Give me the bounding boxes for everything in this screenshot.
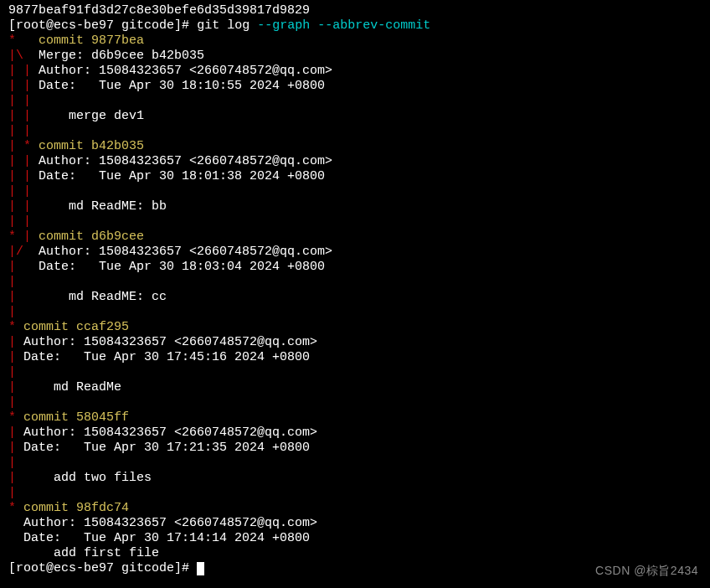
commit-msg: | md ReadMe — [8, 380, 702, 395]
commit-header: | * commit b42b035 — [8, 139, 702, 154]
git-command: git log — [197, 18, 250, 33]
commit-blank: | — [8, 395, 702, 410]
prompt-host: ecs-be97 — [54, 18, 114, 33]
commit-date: | Date: Tue Apr 30 17:21:35 2024 +0800 — [8, 441, 702, 456]
commit-blank: | | — [8, 124, 702, 139]
commit-blank: | — [8, 275, 702, 290]
commit-author: | | Author: 15084323657 <2660748572@qq.c… — [8, 154, 702, 169]
partial-hash-line: 9877beaf91fd3d27c8e30befe6d35d39817d9829 — [8, 3, 702, 18]
commit-author: Author: 15084323657 <2660748572@qq.com> — [8, 516, 702, 531]
terminal[interactable]: 9877beaf91fd3d27c8e30befe6d35d39817d9829… — [8, 3, 702, 576]
prompt-symbol: # — [182, 18, 189, 33]
commit-blank: | | — [8, 184, 702, 199]
commit-author: | Author: 15084323657 <2660748572@qq.com… — [8, 335, 702, 350]
commit-merge-line: |\ Merge: d6b9cee b42b035 — [8, 49, 702, 64]
prompt-host: ecs-be97 — [54, 561, 114, 575]
commit-date: | Date: Tue Apr 30 17:45:16 2024 +0800 — [8, 350, 702, 365]
commit-header: * commit ccaf295 — [8, 320, 702, 335]
commit-author: | Author: 15084323657 <2660748572@qq.com… — [8, 426, 702, 441]
commit-date: | Date: Tue Apr 30 18:03:04 2024 +0800 — [8, 260, 702, 275]
commit-date: | | Date: Tue Apr 30 18:01:38 2024 +0800 — [8, 169, 702, 184]
prompt-user: root — [16, 561, 46, 575]
commit-msg: add first file — [8, 546, 702, 561]
commit-date: Date: Tue Apr 30 17:14:14 2024 +0800 — [8, 531, 702, 546]
commit-blank: | — [8, 486, 702, 501]
commit-header: * commit 98fdc74 — [8, 501, 702, 516]
prompt-cwd: gitcode — [121, 18, 174, 33]
git-flag-abbrev: --abbrev-commit — [317, 18, 430, 33]
commit-msg: | | merge dev1 — [8, 109, 702, 124]
prompt-symbol: # — [182, 561, 189, 575]
commit-blank: | — [8, 456, 702, 471]
commit-header: * | commit d6b9cee — [8, 230, 702, 245]
commit-msg: | md ReadME: cc — [8, 290, 702, 305]
cursor-icon — [197, 562, 204, 575]
commit-header: * commit 58045ff — [8, 410, 702, 426]
prompt-cwd: gitcode — [121, 561, 174, 575]
commit-date: | | Date: Tue Apr 30 18:10:55 2024 +0800 — [8, 79, 702, 94]
command-line: [root@ecs-be97 gitcode]# git log --graph… — [8, 18, 702, 34]
commit-msg: | | md ReadME: bb — [8, 199, 702, 214]
commit-blank: | | — [8, 94, 702, 109]
watermark: CSDN @棕旨2434 — [595, 563, 698, 578]
commit-msg: | add two files — [8, 471, 702, 486]
commit-blank: | | — [8, 214, 702, 230]
commit-author: |/ Author: 15084323657 <2660748572@qq.co… — [8, 245, 702, 260]
commit-author: | | Author: 15084323657 <2660748572@qq.c… — [8, 64, 702, 79]
commit-header: * commit 9877bea — [8, 34, 702, 49]
git-flag-graph: --graph — [257, 18, 310, 33]
commit-blank: | — [8, 365, 702, 380]
prompt-user: root — [16, 18, 46, 33]
commit-blank: | — [8, 305, 702, 320]
